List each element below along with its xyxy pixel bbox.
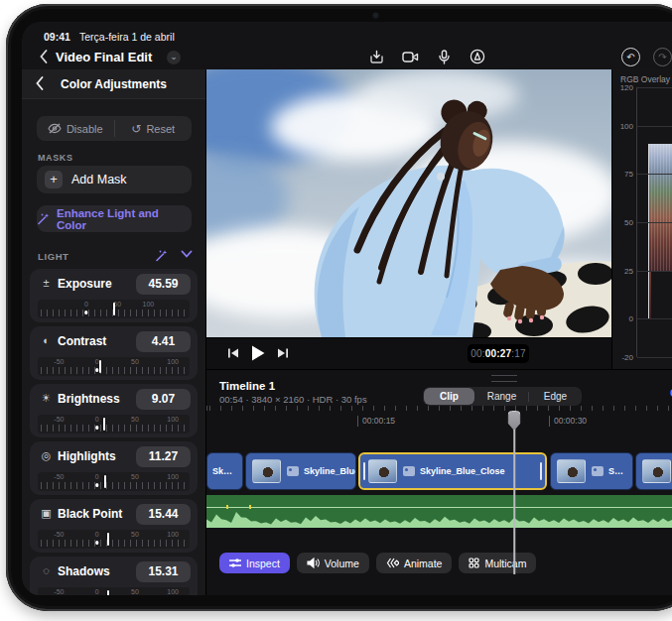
redo-icon[interactable]: ↷ bbox=[653, 48, 672, 66]
slider-black-point[interactable]: ▣Black Point15.44-50050100 bbox=[30, 499, 198, 553]
disable-button[interactable]: Disable bbox=[37, 116, 114, 141]
camera-icon[interactable] bbox=[401, 48, 419, 65]
slider-value[interactable]: 15.44 bbox=[136, 504, 191, 525]
slider-value[interactable]: 45.59 bbox=[136, 274, 191, 295]
skip-to-start-icon[interactable] bbox=[226, 346, 240, 360]
mode-range[interactable]: Range bbox=[476, 388, 527, 405]
content: Color Adjustments Disable ↺ Reset bbox=[22, 69, 672, 595]
slider-brightness[interactable]: ☀Brightness9.07-50050100 bbox=[30, 384, 198, 437]
slider-ruler[interactable]: -50050100 bbox=[38, 472, 190, 491]
inspect-button[interactable]: Inspect bbox=[219, 553, 290, 573]
mode-clip[interactable]: Clip bbox=[424, 388, 474, 405]
toolbar-icons bbox=[367, 48, 486, 65]
black-point-icon: ▣ bbox=[40, 507, 53, 520]
photo-icon bbox=[592, 466, 604, 476]
divider bbox=[528, 392, 529, 402]
status-bar: 09:41 Terça-feira 1 de abril bbox=[22, 22, 672, 46]
clip-label: Skyline_Blue_Close bbox=[420, 466, 505, 476]
slider-label: Highlights bbox=[58, 449, 116, 463]
clip-sk…[interactable]: Sk… bbox=[206, 452, 243, 490]
scope-axis-label: -20 bbox=[621, 353, 633, 362]
speaker-icon bbox=[307, 558, 320, 568]
panel-title: Color Adjustments bbox=[22, 77, 205, 91]
slider-thumb[interactable] bbox=[104, 475, 106, 488]
clip-thumbnail bbox=[642, 459, 671, 483]
title-menu-chevron-icon[interactable]: ⌄ bbox=[167, 51, 181, 64]
timeline-ruler[interactable] bbox=[206, 406, 672, 417]
slider-ruler[interactable]: 050100 bbox=[38, 300, 190, 318]
scope-gridline bbox=[637, 87, 672, 88]
animate-button[interactable]: Animate bbox=[376, 553, 453, 573]
timecode-display[interactable]: 00:00:27:17 bbox=[468, 344, 529, 363]
light-auto-wand-icon[interactable] bbox=[155, 249, 168, 262]
skip-to-end-icon[interactable] bbox=[276, 346, 290, 360]
light-section-label: LIGHT bbox=[38, 251, 69, 262]
undo-icon[interactable]: ↶ bbox=[621, 48, 640, 66]
photo-icon bbox=[403, 466, 415, 476]
back-chevron-icon[interactable] bbox=[40, 50, 48, 63]
slider-ruler[interactable]: -50050100 bbox=[38, 587, 190, 595]
playhead-line bbox=[513, 427, 515, 574]
slider-label: Black Point bbox=[58, 507, 122, 521]
brightness-icon: ☀ bbox=[40, 392, 53, 405]
slider-contrast[interactable]: ◐Contrast4.41-50050100 bbox=[30, 326, 198, 380]
slider-thumb[interactable] bbox=[113, 303, 115, 315]
ipad-device-frame: 09:41 Terça-feira 1 de abril Video Final… bbox=[6, 4, 672, 611]
scope-gridline bbox=[637, 357, 672, 358]
volume-button[interactable]: Volume bbox=[297, 553, 369, 573]
slider-highlights[interactable]: ◎Highlights11.27-50050100 bbox=[30, 441, 198, 495]
audio-track[interactable] bbox=[206, 495, 672, 528]
slider-value[interactable]: 4.41 bbox=[136, 331, 191, 352]
audio-peak-marker bbox=[249, 505, 251, 509]
scope-gridline bbox=[637, 318, 672, 319]
slider-ruler[interactable]: -50050100 bbox=[38, 530, 190, 549]
timeline-drag-handle[interactable] bbox=[491, 375, 517, 382]
annotate-icon[interactable] bbox=[469, 48, 486, 65]
video-frame bbox=[206, 69, 611, 337]
clip-skyline_blue_close[interactable]: Skyline_Blue_Close bbox=[358, 452, 547, 490]
slider-exposure[interactable]: ±Exposure45.59050100 bbox=[30, 269, 198, 322]
multicam-button[interactable]: Multicam bbox=[459, 553, 536, 573]
slider-value[interactable]: 15.31 bbox=[136, 561, 191, 582]
slider-thumb[interactable] bbox=[103, 418, 105, 431]
scope-axis-label: 0 bbox=[629, 314, 633, 323]
slider-value[interactable]: 11.27 bbox=[136, 446, 191, 467]
enhance-light-color-button[interactable]: Enhance Light and Color bbox=[37, 205, 192, 232]
audio-volume-line[interactable] bbox=[206, 507, 672, 508]
play-icon[interactable] bbox=[250, 344, 266, 362]
button-label: Inspect bbox=[246, 558, 280, 569]
add-mask-button[interactable]: + Add Mask bbox=[37, 166, 192, 193]
slider-thumb[interactable] bbox=[107, 590, 109, 595]
clip-skyline_blue_wide[interactable]: Skyline_Blue_Wide bbox=[245, 452, 356, 490]
import-icon[interactable] bbox=[367, 48, 385, 65]
main-area: 00:00:27:17 RGB Overlay 1201007550 bbox=[206, 69, 672, 595]
clip-partial[interactable] bbox=[635, 452, 672, 490]
slider-ruler[interactable]: -50050100 bbox=[38, 415, 190, 434]
clip-s…[interactable]: S… bbox=[550, 452, 633, 490]
reset-button[interactable]: ↺ Reset bbox=[115, 116, 193, 141]
project-title[interactable]: Video Final Edit bbox=[56, 50, 152, 64]
multicam-grid-icon bbox=[469, 558, 479, 568]
timeline-footer-buttons: InspectVolumeAnimateMulticam bbox=[219, 553, 536, 573]
slider-thumb[interactable] bbox=[99, 360, 101, 373]
clip-label: Sk… bbox=[212, 466, 232, 476]
scope-waveform bbox=[648, 144, 672, 271]
mode-edge[interactable]: Edge bbox=[530, 388, 581, 405]
slider-value[interactable]: 9.07 bbox=[136, 389, 191, 410]
button-label: Volume bbox=[325, 558, 359, 569]
scope-gridline bbox=[637, 222, 672, 223]
playhead-handle[interactable] bbox=[508, 411, 521, 431]
scope-gridline bbox=[637, 271, 672, 272]
light-collapse-chevron-icon[interactable] bbox=[181, 250, 193, 258]
eye-slash-icon bbox=[48, 123, 62, 134]
video-track: Sk…Skyline_Blue_WideSkyline_Blue_CloseS… bbox=[206, 452, 672, 490]
microphone-icon[interactable] bbox=[435, 48, 453, 65]
button-label: Animate bbox=[404, 558, 443, 569]
slider-ruler[interactable]: -50050100 bbox=[38, 357, 190, 376]
slider-label: Shadows bbox=[58, 564, 110, 578]
panel-header: Color Adjustments bbox=[22, 69, 205, 99]
slider-shadows[interactable]: ◌Shadows15.31-50050100 bbox=[30, 557, 198, 595]
highlights-icon: ◎ bbox=[40, 449, 53, 462]
color-adjustments-panel: Color Adjustments Disable ↺ Reset bbox=[22, 69, 206, 595]
slider-thumb[interactable] bbox=[107, 533, 109, 546]
